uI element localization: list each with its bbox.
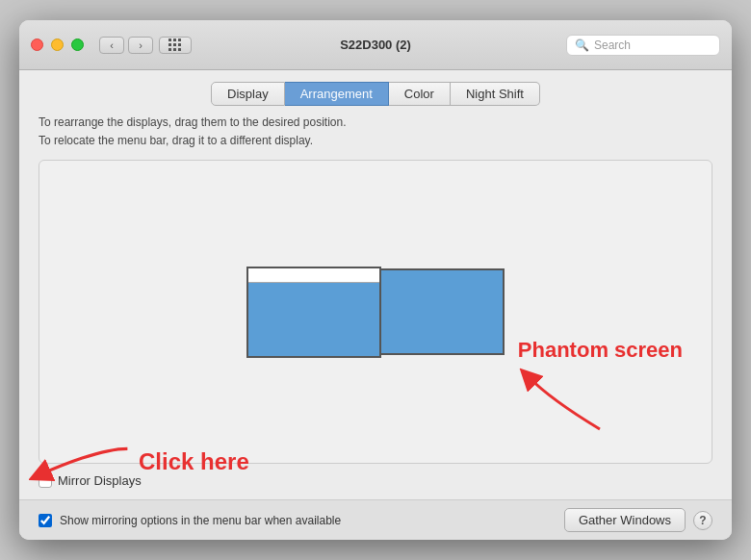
tabs-bar: Display Arrangement Color Night Shift <box>19 70 732 114</box>
tab-color[interactable]: Color <box>389 82 451 106</box>
search-icon: 🔍 <box>575 38 589 52</box>
tab-nightshift[interactable]: Night Shift <box>451 82 540 106</box>
tab-arrangement[interactable]: Arrangement <box>285 82 389 106</box>
maximize-button[interactable] <box>71 38 84 51</box>
monitor-right[interactable] <box>379 268 505 355</box>
phantom-annotation: Phantom screen <box>518 338 683 434</box>
grid-icon <box>168 38 182 52</box>
bottom-bar: Show mirroring options in the menu bar w… <box>19 499 732 540</box>
main-window: ‹ › S22D300 (2) 🔍 Search Display Arrange… <box>19 20 732 540</box>
description-text: To rearrange the displays, drag them to … <box>39 114 712 150</box>
forward-icon: › <box>139 39 142 51</box>
click-here-arrow-icon <box>29 443 135 481</box>
back-icon: ‹ <box>110 39 114 51</box>
search-placeholder: Search <box>594 38 631 52</box>
display-area: Phantom screen <box>39 160 712 464</box>
mirror-displays-row: Click here Mirror Displays <box>39 473 712 488</box>
minimize-button[interactable] <box>51 38 64 51</box>
help-button[interactable]: ? <box>693 511 712 530</box>
phantom-arrow-icon <box>518 367 605 434</box>
click-here-annotation: Click here <box>29 443 249 481</box>
forward-button[interactable]: › <box>128 37 153 54</box>
show-mirroring-checkbox[interactable] <box>39 514 52 527</box>
monitor-left[interactable] <box>246 267 381 358</box>
titlebar: ‹ › S22D300 (2) 🔍 Search <box>19 20 732 70</box>
main-content: To rearrange the displays, drag them to … <box>19 114 732 499</box>
nav-buttons: ‹ › <box>99 37 153 54</box>
back-button[interactable]: ‹ <box>99 37 124 54</box>
tab-display[interactable]: Display <box>211 82 285 106</box>
grid-button[interactable] <box>159 37 192 54</box>
traffic-lights <box>31 38 84 51</box>
search-box[interactable]: 🔍 Search <box>566 35 720 56</box>
window-title: S22D300 (2) <box>340 38 411 52</box>
description-line2: To relocate the menu bar, drag it to a d… <box>39 132 712 150</box>
click-here-text: Click here <box>139 448 249 475</box>
description-line1: To rearrange the displays, drag them to … <box>39 114 712 132</box>
phantom-screen-text: Phantom screen <box>518 338 683 363</box>
show-mirroring-label: Show mirroring options in the menu bar w… <box>60 514 557 527</box>
monitors-container <box>246 267 505 358</box>
gather-windows-button[interactable]: Gather Windows <box>564 508 686 532</box>
close-button[interactable] <box>31 38 43 51</box>
